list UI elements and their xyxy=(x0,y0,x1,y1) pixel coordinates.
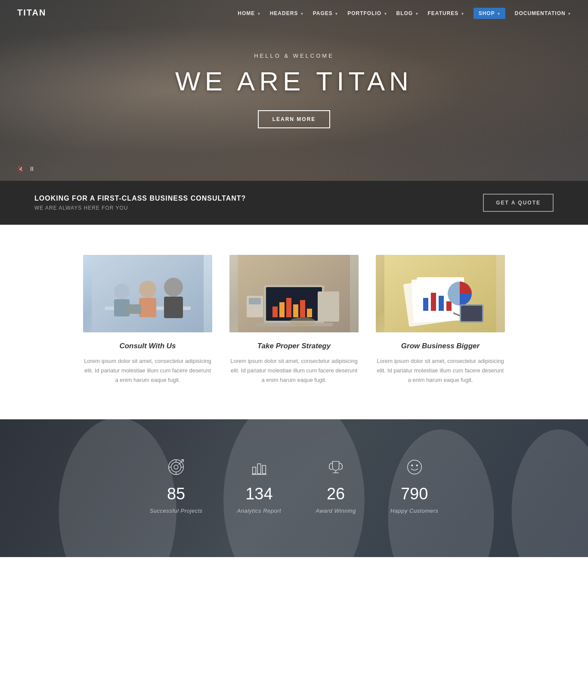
feature-card-strategy: Take Proper Strategy Lorem ipsum dolor s… xyxy=(229,255,359,385)
chevron-down-icon: ▾ xyxy=(498,12,500,16)
stat-number-projects: 85 xyxy=(150,485,203,503)
cta-sub-text: WE ARE ALWAYS HERE FOR YOU xyxy=(34,205,246,211)
svg-rect-14 xyxy=(279,302,285,317)
feature-desc-grow: Lorem ipsum dolor sit amet, consectetur … xyxy=(376,356,505,385)
nav-item-pages[interactable]: PAGES ▾ xyxy=(313,9,338,17)
svg-rect-31 xyxy=(446,301,452,311)
stat-analytics-report: 134 Analytics Report xyxy=(237,458,282,514)
hero-controls: 🔇 ⏸ xyxy=(17,165,35,172)
stat-label-analytics: Analytics Report xyxy=(237,508,282,514)
get-quote-button[interactable]: GET A QUOTE xyxy=(483,194,554,212)
chevron-down-icon: ▾ xyxy=(384,12,387,16)
cta-main-text: LOOKING FOR A FIRST-CLASS BUSINESS CONSU… xyxy=(34,195,246,202)
nav-item-portfolio[interactable]: PORTFOLIO ▾ xyxy=(347,9,387,17)
brand-logo[interactable]: TITAN xyxy=(17,8,46,18)
nav-item-features[interactable]: FEATURES ▾ xyxy=(428,9,464,17)
smile-icon xyxy=(390,458,439,476)
feature-desc-strategy: Lorem ipsum dolor sit amet, consectetur … xyxy=(229,356,359,385)
mute-icon[interactable]: 🔇 xyxy=(17,165,25,172)
target-icon xyxy=(150,458,203,476)
stat-happy-customers: 790 Happy Customers xyxy=(390,458,439,514)
navigation: TITAN HOME ▾ HEADERS ▾ PAGES ▾ PORTFOLIO… xyxy=(0,0,588,25)
svg-rect-13 xyxy=(272,307,278,317)
nav-link-headers[interactable]: HEADERS ▾ xyxy=(270,10,303,16)
svg-rect-49 xyxy=(253,467,256,474)
svg-point-57 xyxy=(416,465,418,466)
svg-point-40 xyxy=(511,430,588,558)
feature-title-grow: Grow Business Bigger xyxy=(376,342,505,350)
svg-point-56 xyxy=(411,465,412,466)
stats-section: 85 Successful Projects 134 Analytics Rep… xyxy=(0,419,588,557)
feature-image-docs xyxy=(376,255,505,332)
nav-link-portfolio[interactable]: PORTFOLIO ▾ xyxy=(347,10,387,16)
svg-rect-51 xyxy=(263,465,266,474)
pause-icon[interactable]: ⏸ xyxy=(29,165,35,172)
svg-point-55 xyxy=(407,460,421,474)
feature-image-analytics xyxy=(229,255,359,332)
bar-chart-icon xyxy=(237,458,282,476)
stat-number-customers: 790 xyxy=(390,485,439,503)
svg-rect-30 xyxy=(439,296,444,311)
stat-number-analytics: 134 xyxy=(237,485,282,503)
chevron-down-icon: ▾ xyxy=(568,12,571,16)
stat-number-award: 26 xyxy=(316,485,356,503)
feature-title-strategy: Take Proper Strategy xyxy=(229,342,359,350)
stats-grid: 85 Successful Projects 134 Analytics Rep… xyxy=(100,458,488,514)
nav-link-home[interactable]: HOME ▾ xyxy=(238,10,260,16)
stat-label-award: Award Winning xyxy=(316,508,356,514)
nav-link-features[interactable]: FEATURES ▾ xyxy=(428,10,464,16)
features-section: Consult With Us Lorem ipsum dolor sit am… xyxy=(0,225,588,419)
nav-item-blog[interactable]: BLOG ▾ xyxy=(396,9,418,17)
feature-card-consult: Consult With Us Lorem ipsum dolor sit am… xyxy=(83,255,212,385)
svg-rect-29 xyxy=(431,293,436,311)
stat-successful-projects: 85 Successful Projects xyxy=(150,458,203,514)
nav-item-shop[interactable]: SHOP ▾ xyxy=(473,9,505,17)
hero-section: HELLO & WELCOME WE ARE TITAN LEARN MORE … xyxy=(0,0,588,181)
svg-rect-28 xyxy=(423,298,428,311)
nav-item-headers[interactable]: HEADERS ▾ xyxy=(270,9,303,17)
feature-title-consult: Consult With Us xyxy=(83,342,212,350)
chevron-down-icon: ▾ xyxy=(416,12,418,16)
learn-more-button[interactable]: LEARN MORE xyxy=(258,110,331,128)
chevron-down-icon: ▾ xyxy=(461,12,464,16)
chevron-down-icon: ▾ xyxy=(301,12,303,16)
trophy-icon xyxy=(316,458,356,476)
feature-card-grow: Grow Business Bigger Lorem ipsum dolor s… xyxy=(376,255,505,385)
nav-item-documentation[interactable]: DOCUMENTATION ▾ xyxy=(515,9,571,17)
chevron-down-icon: ▾ xyxy=(335,12,338,16)
svg-point-43 xyxy=(174,465,178,470)
feature-desc-consult: Lorem ipsum dolor sit amet, consectetur … xyxy=(83,356,212,385)
feature-image-meeting xyxy=(83,255,212,332)
nav-item-home[interactable]: HOME ▾ xyxy=(238,9,260,17)
svg-rect-15 xyxy=(286,298,291,317)
nav-link-shop[interactable]: SHOP ▾ xyxy=(473,8,505,19)
features-grid: Consult With Us Lorem ipsum dolor sit am… xyxy=(79,255,509,385)
cta-text-block: LOOKING FOR A FIRST-CLASS BUSINESS CONSU… xyxy=(34,195,246,211)
svg-rect-16 xyxy=(293,304,298,317)
hero-title: WE ARE TITAN xyxy=(175,67,413,96)
stat-label-customers: Happy Customers xyxy=(390,508,439,514)
svg-rect-17 xyxy=(300,300,305,317)
stat-label-projects: Successful Projects xyxy=(150,508,203,514)
nav-link-documentation[interactable]: DOCUMENTATION ▾ xyxy=(515,10,571,16)
svg-rect-18 xyxy=(307,309,312,317)
svg-point-20 xyxy=(290,317,316,326)
hero-background: HELLO & WELCOME WE ARE TITAN LEARN MORE xyxy=(0,0,588,181)
svg-rect-9 xyxy=(92,255,204,332)
svg-rect-23 xyxy=(318,291,339,322)
hero-content: HELLO & WELCOME WE ARE TITAN LEARN MORE xyxy=(175,53,413,128)
svg-rect-36 xyxy=(461,306,482,321)
nav-link-blog[interactable]: BLOG ▾ xyxy=(396,10,418,16)
stat-award-winning: 26 Award Winning xyxy=(316,458,356,514)
cta-banner: LOOKING FOR A FIRST-CLASS BUSINESS CONSU… xyxy=(0,181,588,225)
chevron-down-icon: ▾ xyxy=(258,12,260,16)
svg-rect-50 xyxy=(257,464,261,474)
hero-welcome-text: HELLO & WELCOME xyxy=(175,53,413,59)
nav-links: HOME ▾ HEADERS ▾ PAGES ▾ PORTFOLIO ▾ BLO… xyxy=(238,9,571,17)
svg-rect-22 xyxy=(249,298,261,304)
nav-link-pages[interactable]: PAGES ▾ xyxy=(313,10,338,16)
